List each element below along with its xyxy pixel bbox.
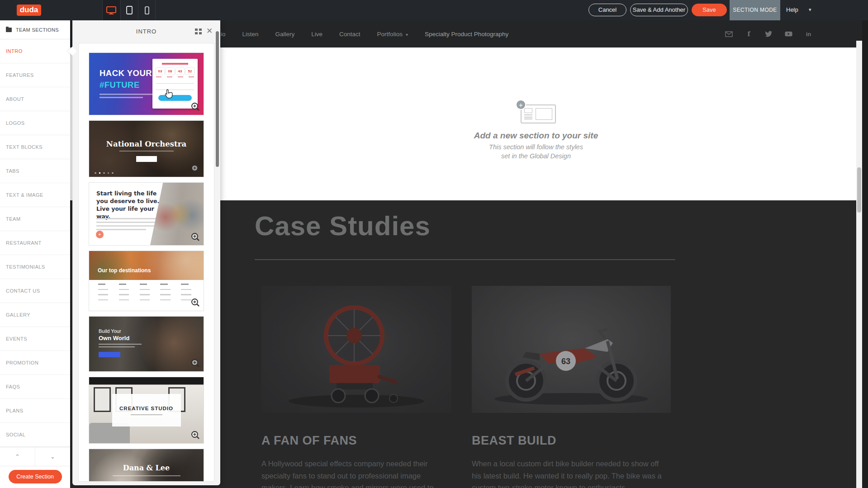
sidebar-item-contact-us[interactable]: CONTACT US [0, 279, 70, 303]
heart-icon: ▼ [144, 481, 148, 482]
layout-grid-icon[interactable] [195, 28, 202, 34]
chevron-up-icon: ⌃ [15, 453, 20, 460]
site-nav-items: io Listen Gallery Live Contact Portfolio… [221, 20, 508, 47]
close-icon[interactable]: ✕ [204, 26, 214, 36]
template-thumb-national-orchestra[interactable]: National Orchestra [89, 121, 204, 177]
desktop-icon [106, 6, 116, 14]
device-tablet-button[interactable] [120, 0, 138, 20]
template-thumbnail-list: HACK YOUR #FUTURE 03 08 43 52 Na [78, 43, 214, 482]
placeholder-line1: This section will follow the styles [446, 143, 626, 152]
case-body: A Hollywood special effects company need… [261, 458, 442, 488]
twitter-icon[interactable] [765, 30, 773, 38]
template-thumb-top-destinations[interactable]: Our top destinations [89, 251, 204, 311]
case-title: A FAN OF FANS [261, 434, 451, 448]
sidebar-item-promotion[interactable]: PROMOTION [0, 351, 70, 375]
scroll-down-button[interactable]: ⌄ [35, 447, 70, 466]
template-thumb-dana-and-lee[interactable]: Dana & Lee ▼ [89, 449, 204, 482]
template-thumb-hack-your-future[interactable]: HACK YOUR #FUTURE 03 08 43 52 [89, 53, 204, 115]
site-social-icons: f in [725, 20, 812, 47]
thumb-title: CREATIVE STUDIO [119, 406, 173, 411]
chevron-down-icon: ▾ [406, 32, 408, 37]
zoom-in-icon[interactable] [190, 164, 200, 174]
case-body: When a local custom dirt bike builder ne… [472, 458, 666, 488]
countdown-form: 03 08 43 52 [152, 59, 198, 109]
carousel-dots [95, 172, 114, 174]
sections-sidebar: TEAM SECTIONS INTRO FEATURES ABOUT LOGOS… [0, 20, 70, 488]
countdown-box: 08 [166, 68, 174, 75]
panel-header: INTRO ✕ [72, 20, 220, 43]
thumb-title: Our top destinations [98, 267, 151, 274]
template-thumb-start-living[interactable]: Start living the life you deserve to liv… [89, 183, 204, 245]
nav-item-specialty[interactable]: Specialty Product Photography [425, 31, 508, 38]
template-thumb-creative-studio[interactable]: CREATIVE STUDIO [89, 377, 204, 443]
plus-badge: + [96, 231, 104, 238]
panel-scrollbar-thumb[interactable] [216, 31, 219, 167]
zoom-in-icon[interactable] [190, 232, 200, 242]
countdown-box: 03 [156, 68, 164, 75]
linkedin-icon[interactable]: in [805, 30, 812, 38]
save-and-add-another-button[interactable]: Save & Add Another [630, 4, 688, 16]
device-desktop-button[interactable] [102, 0, 120, 20]
mobile-icon [145, 6, 149, 14]
bike-photo: 63 [472, 286, 671, 413]
thumb-title: HACK YOUR [100, 68, 152, 78]
intro-templates-panel: INTRO ✕ HACK YOUR #FUTURE 03 08 43 52 [72, 20, 220, 485]
nav-item-contact[interactable]: Contact [339, 31, 360, 38]
sidebar-item-tabs[interactable]: TABS [0, 159, 70, 183]
chevron-down-icon[interactable]: ▾ [809, 7, 811, 13]
duda-logo: duda [17, 5, 41, 16]
case-card-bike: 63 BEAST BUILD When a local custom dirt … [472, 286, 671, 488]
create-section-button[interactable]: Create Section [9, 470, 62, 483]
sidebar-item-gallery[interactable]: GALLERY [0, 303, 70, 327]
sidebar-item-text-image[interactable]: TEXT & IMAGE [0, 183, 70, 207]
form-submit-button [158, 95, 192, 101]
sidebar-item-text-blocks[interactable]: TEXT BLOCKS [0, 135, 70, 159]
tablet-icon [126, 6, 133, 14]
placeholder-line2: set in the Global Design [446, 152, 626, 161]
nav-item-listen[interactable]: Listen [242, 31, 259, 38]
zoom-in-icon[interactable] [190, 358, 200, 368]
sidebar-item-events[interactable]: EVENTS [0, 327, 70, 351]
sidebar-item-team[interactable]: TEAM [0, 207, 70, 231]
mouse-cursor [164, 89, 173, 101]
zoom-in-icon[interactable] [190, 298, 200, 308]
email-icon[interactable] [725, 30, 733, 38]
section-mode-button[interactable]: SECTION MODE [730, 0, 780, 20]
save-button[interactable]: Save [692, 4, 727, 16]
nav-item-gallery[interactable]: Gallery [275, 31, 295, 38]
canvas-scrollbar[interactable] [856, 41, 862, 488]
help-button[interactable]: Help [786, 6, 798, 13]
case-card-fan: A FAN OF FANS A Hollywood special effect… [261, 286, 451, 488]
zoom-in-icon[interactable] [190, 430, 200, 440]
thumb-photo [89, 251, 204, 280]
editor-topbar: duda Cancel Save & Add Another Save SECT… [0, 0, 868, 20]
thumb-button [136, 156, 157, 162]
sidebar-item-about[interactable]: ABOUT [0, 87, 70, 111]
zoom-in-icon[interactable] [190, 102, 200, 112]
sidebar-item-social[interactable]: SOCIAL [0, 423, 70, 447]
thumb-button [99, 352, 120, 357]
template-thumb-build-your-own-world[interactable]: Build Your Own World [89, 317, 204, 371]
sidebar-item-intro[interactable]: INTRO [0, 39, 70, 63]
sidebar-item-logos[interactable]: LOGOS [0, 111, 70, 135]
countdown-box: 43 [176, 68, 184, 75]
nav-item-live[interactable]: Live [311, 31, 323, 38]
nav-item-partial[interactable]: io [221, 31, 226, 38]
nav-item-portfolios[interactable]: Portfolios▾ [377, 31, 408, 38]
sidebar-item-faqs[interactable]: FAQS [0, 375, 70, 399]
add-section-placeholder[interactable]: + Add a new section to your site This se… [446, 101, 626, 161]
svg-text:63: 63 [561, 357, 570, 366]
facebook-icon[interactable]: f [745, 30, 753, 38]
sidebar-item-restaurant[interactable]: RESTAURANT [0, 231, 70, 255]
youtube-icon[interactable] [785, 30, 792, 38]
cancel-button[interactable]: Cancel [588, 4, 626, 16]
scroll-up-button[interactable]: ⌃ [0, 447, 35, 466]
sidebar-header: TEAM SECTIONS [0, 20, 70, 39]
sidebar-footer: ⌃ ⌄ Create Section [0, 447, 70, 488]
sidebar-item-plans[interactable]: PLANS [0, 399, 70, 423]
sidebar-item-testimonials[interactable]: TESTIMONIALS [0, 255, 70, 279]
sidebar-header-label: TEAM SECTIONS [16, 27, 59, 33]
device-mobile-button[interactable] [138, 0, 156, 20]
canvas-scrollbar-thumb[interactable] [857, 167, 861, 213]
sidebar-item-features[interactable]: FEATURES [0, 63, 70, 87]
